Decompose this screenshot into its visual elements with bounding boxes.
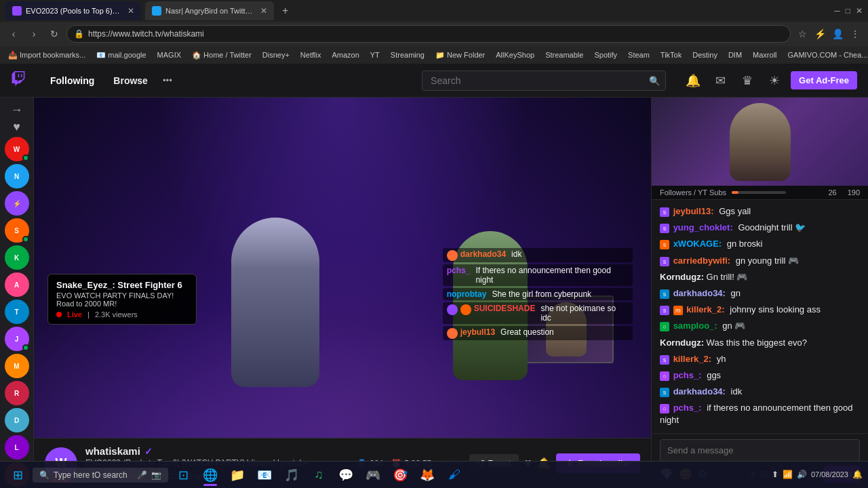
tab-close-btn[interactable]: ✕ — [127, 6, 134, 16]
star-icon[interactable]: ☆ — [795, 26, 810, 41]
streamer-cam — [652, 98, 868, 186]
nav-browse[interactable]: Browse — [105, 71, 156, 90]
bookmark-streamable[interactable]: Streamable — [542, 49, 586, 60]
sidebar-avatar-9[interactable]: M — [5, 354, 29, 378]
sidebar-nav-arrow[interactable]: → — [5, 103, 29, 117]
sidebar-avatar-2[interactable]: N — [5, 164, 29, 188]
chat-msg-8: s killerk_2: yh — [660, 353, 860, 365]
followers-current: 26 — [828, 188, 836, 197]
get-adfree-button[interactable]: Get Ad-Free — [791, 71, 857, 89]
bookmark-gamivo[interactable]: GAMIVO.COM - Chea... — [785, 49, 868, 60]
media-icon: 🎵 — [284, 468, 299, 483]
bookmark-streaming[interactable]: Streaming — [388, 49, 427, 60]
taskbar-app-browser[interactable]: 🌐 — [198, 463, 222, 487]
sidebar-avatar-5[interactable]: K — [5, 245, 29, 270]
chat-msg-6: s m killerk_2: johnny sins looking ass — [660, 304, 860, 316]
browser-icon: 🌐 — [203, 468, 218, 483]
bookmark-netflix[interactable]: Netflix — [298, 49, 324, 60]
sidebar-avatar-4[interactable]: S — [5, 218, 29, 243]
close-btn[interactable]: ✕ — [856, 6, 863, 16]
taskbar-app-explorer[interactable]: 📁 — [225, 463, 250, 487]
minimize-btn[interactable]: ─ — [834, 6, 840, 16]
twitch-header: Following Browse ••• 🔍 🔔 ✉ ♛ ☀ Get Ad-Fr… — [0, 64, 868, 98]
notifications-button[interactable]: 🔔 — [682, 70, 704, 92]
refresh-button[interactable]: ↻ — [46, 26, 62, 42]
browser-toolbar: ‹ › ↻ 🔒 https://www.twitch.tv/whatiskami… — [0, 22, 868, 46]
search-button[interactable]: 🔍 — [649, 75, 660, 85]
badge-sub-2: s — [660, 224, 669, 233]
live-label: Live — [67, 310, 82, 319]
chat-msg-2: s yung_choklet: Goodnight trill 🐦 — [660, 222, 860, 234]
extensions-icon[interactable]: ⚡ — [812, 26, 827, 41]
nav-more-button[interactable]: ••• — [159, 71, 176, 90]
taskbar-app-media[interactable]: 🎵 — [279, 463, 304, 487]
followers-progress-fill — [732, 191, 738, 194]
msg-text-10: idk — [731, 386, 743, 396]
back-button[interactable]: ‹ — [5, 26, 22, 42]
bookmark-yt[interactable]: YT — [368, 49, 382, 60]
taskbar-app-ps[interactable]: 🖌 — [442, 463, 467, 487]
stream-tooltip: Snake_Eyez_: Street Fighter 6 EVO WATCH … — [47, 274, 197, 325]
search-input[interactable] — [422, 70, 666, 91]
video-area[interactable]: darkhado34 idk pchs_ If theres no announ… — [34, 98, 651, 438]
bookmark-magix[interactable]: MAGIX — [155, 49, 184, 60]
forward-button[interactable]: › — [26, 26, 42, 42]
theme-button[interactable]: ☀ — [764, 70, 785, 92]
bookmark-steam[interactable]: Steam — [625, 49, 652, 60]
sidebar-avatar-12[interactable]: L — [5, 435, 29, 460]
badge-sub-5: s — [660, 289, 669, 299]
badge-sub-6: s — [660, 306, 669, 315]
taskbar-search-bar[interactable]: 🔍 Type here tO search 🎤 📷 — [33, 468, 168, 483]
tray-upload-icon: ⬆ — [772, 470, 778, 479]
crown-button[interactable]: ♛ — [736, 70, 758, 92]
bookmark-dim[interactable]: DIM — [726, 49, 745, 60]
taskbar-app-mail[interactable]: 📧 — [252, 463, 277, 487]
bookmark-amazon[interactable]: Amazon — [329, 49, 361, 60]
bookmark-twitter[interactable]: 🏠 Home / Twitter — [189, 49, 254, 61]
taskbar-app-taskview[interactable]: ⊡ — [171, 463, 195, 487]
settings-icon[interactable]: ⋮ — [848, 26, 863, 41]
taskbar-app-game[interactable]: 🎮 — [361, 463, 385, 487]
profile-icon[interactable]: 👤 — [830, 26, 845, 41]
chat-msg-4: s carriedbywifi: gn young trill 🎮 — [660, 255, 860, 267]
bookmarks-bar: 📥 Import bookmarks... 📧 mail.google MAGI… — [0, 46, 868, 64]
sidebar-avatar-1[interactable]: W — [5, 137, 29, 161]
taskbar-app-spotify[interactable]: ♫ — [307, 463, 331, 487]
bookmark-maxroll[interactable]: Maxroll — [750, 49, 779, 60]
inbox-button[interactable]: ✉ — [709, 70, 731, 92]
tooltip-streamer-name: Snake_Eyez_: Street Fighter 6 — [56, 280, 188, 290]
sidebar-avatar-3[interactable]: ⚡ — [5, 191, 29, 216]
bookmark-allkeyshop[interactable]: AllKeyShop — [493, 49, 537, 60]
taskbar-app-discord[interactable]: 💬 — [334, 463, 358, 487]
bookmark-import[interactable]: 📥 Import bookmarks... — [5, 49, 88, 61]
bookmark-destiny[interactable]: Destiny — [690, 49, 720, 60]
new-tab-button[interactable]: + — [278, 5, 292, 17]
taskbar-app-steam[interactable]: 🎯 — [388, 463, 412, 487]
tab-close-btn-2[interactable]: ✕ — [260, 6, 267, 16]
taskbar-time[interactable]: 07/08/2023 — [811, 470, 848, 479]
address-bar[interactable]: 🔒 https://www.twitch.tv/whatiskami — [66, 25, 791, 43]
bookmark-spotify[interactable]: Spotify — [591, 49, 620, 60]
sidebar-avatar-6[interactable]: A — [5, 272, 29, 297]
bookmark-mail[interactable]: 📧 mail.google — [94, 49, 149, 61]
msg-user-4: carriedbywifi: — [673, 256, 731, 266]
maximize-btn[interactable]: □ — [846, 6, 850, 16]
twitch-body: → ♥ W N ⚡ S K — [0, 98, 868, 488]
sidebar-avatar-7[interactable]: T — [5, 300, 29, 324]
sidebar-avatar-11[interactable]: D — [5, 408, 29, 432]
sidebar-avatar-10[interactable]: R — [5, 381, 29, 405]
followers-bar: Followers / YT Subs 26 190 — [652, 186, 868, 200]
browser-tab-2[interactable]: Nasr| AngryBird on Twitter: "W... ✕ — [145, 1, 274, 20]
sidebar-nav-heart[interactable]: ♥ — [5, 120, 29, 134]
bookmark-tiktok[interactable]: TikTok — [658, 49, 684, 60]
sidebar-avatar-8[interactable]: J — [5, 327, 29, 351]
tray-notification-icon[interactable]: 🔔 — [852, 470, 863, 479]
windows-start-button[interactable]: ⊞ — [5, 463, 30, 487]
taskbar-app-firefox[interactable]: 🦊 — [415, 463, 439, 487]
bookmark-disney[interactable]: Disney+ — [260, 49, 292, 60]
chat-input-field[interactable] — [660, 439, 860, 462]
browser-tab-active[interactable]: EVO2023 (Pools to Top 6) [WAT... ✕ — [5, 1, 141, 20]
nav-following[interactable]: Following — [42, 71, 102, 90]
twitch-logo[interactable] — [11, 71, 26, 90]
bookmark-newfolder[interactable]: 📁 New Folder — [433, 49, 488, 61]
